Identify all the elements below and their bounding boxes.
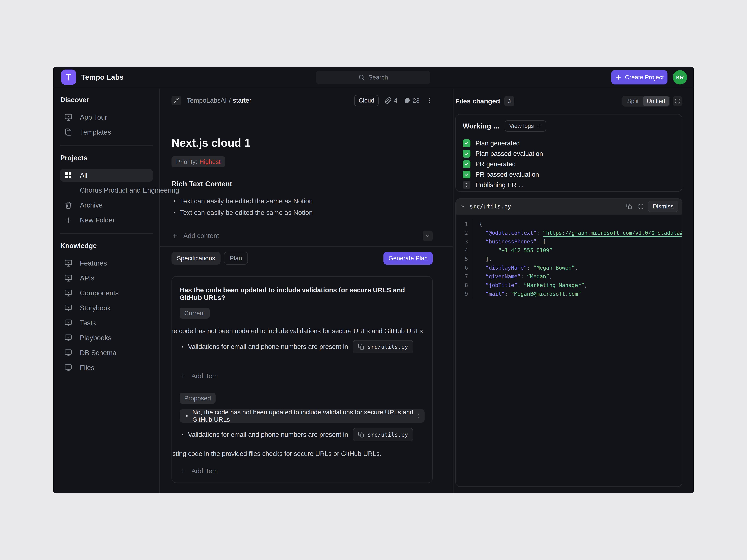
copy-icon [358, 431, 364, 438]
sidebar-item-app-tour[interactable]: App Tour [60, 111, 153, 124]
sidebar-item-label: Playbooks [80, 334, 111, 342]
working-step-label: Publishing PR ... [475, 181, 524, 189]
sidebar-item-label: Tests [80, 319, 96, 327]
diff-view-toggle: Split Unified [622, 96, 670, 107]
breadcrumb-separator: / [229, 97, 231, 104]
cloud-badge[interactable]: Cloud [354, 95, 379, 106]
code-line: 7 “givenName”: “Megan”, [456, 272, 682, 281]
create-project-button[interactable]: Create Project [611, 70, 668, 84]
files-changed-count: 3 [505, 96, 514, 106]
rich-text-bullet: Text can easily be edited the same as No… [172, 207, 433, 218]
bullet-dot [182, 434, 183, 435]
more-menu-button[interactable] [426, 97, 433, 105]
code-line: 9 “mail”: “MeganB@microsoft.com” [456, 290, 682, 298]
sidebar-item-templates[interactable]: Templates [60, 126, 153, 139]
dismiss-button[interactable]: Dismiss [648, 201, 678, 212]
current-bullet-text: Validations for email and phone numbers … [188, 343, 348, 350]
expand-panel-button[interactable] [673, 96, 682, 106]
code-line: 4 “+1 412 555 0109” [456, 246, 682, 255]
collapse-section-button[interactable] [423, 231, 433, 241]
code-text: “+1 412 555 0109” [473, 247, 552, 254]
attachments-count: 4 [394, 97, 397, 104]
chevron-down-icon [425, 233, 430, 239]
tab-plan[interactable]: Plan [224, 252, 248, 265]
proposed-bullet-row: Validations for email and phone numbers … [180, 428, 424, 441]
add-item-label: Add item [191, 372, 218, 380]
monitor-play-icon [64, 113, 72, 121]
sidebar-item-archive[interactable]: Archive [60, 199, 153, 212]
sidebar-item-features[interactable]: Features [60, 257, 153, 270]
add-item-row[interactable]: Add item [180, 372, 424, 380]
question-card: Has the code been updated to include val… [172, 276, 433, 483]
code-text: “displayName”: “Megan Bowen”, [473, 265, 578, 271]
monitor-play-icon [64, 349, 72, 357]
sidebar-section-title: Knowledge [60, 242, 153, 250]
add-item-row[interactable]: Add item [180, 467, 424, 475]
check-icon [463, 150, 470, 158]
file-chip[interactable]: src/utils.py [353, 340, 413, 353]
add-content-row[interactable]: Add content [172, 232, 433, 240]
bullet-dot [186, 415, 188, 417]
breadcrumb-project[interactable]: TempoLabsAI [187, 97, 227, 104]
check-icon [463, 160, 470, 168]
view-logs-button[interactable]: View logs [505, 121, 546, 132]
proposed-note-text: isting code in the provided files checks… [172, 450, 424, 457]
sidebar-item-apis[interactable]: APIs [60, 272, 153, 285]
attachments-stat[interactable]: 4 [385, 97, 397, 104]
breadcrumb-row: TempoLabsAI/starter Cloud 4 23 [172, 96, 433, 105]
copy-file-button[interactable] [624, 202, 634, 211]
expand-file-button[interactable] [636, 202, 646, 211]
sidebar-item-tests[interactable]: Tests [60, 317, 153, 329]
sidebar-item-components[interactable]: Components [60, 287, 153, 299]
sidebar-item-chorus-product-and-engineering[interactable]: Chorus Product and Engineering [60, 184, 153, 196]
copy-icon [626, 204, 632, 209]
arrow-right-icon [536, 123, 542, 129]
file-chip[interactable]: src/utils.py [353, 428, 413, 441]
tempo-logo-icon [61, 70, 76, 85]
spinner-glyph-icon [464, 183, 469, 187]
monitor-play-icon [64, 334, 72, 342]
file-chip-name: src/utils.py [367, 431, 408, 438]
sidebar: DiscoverApp TourTemplatesProjectsAllChor… [53, 88, 160, 494]
check-glyph-icon [464, 172, 469, 177]
code-viewer: 1{2 “@odata.context”: “https://graph.mic… [456, 214, 682, 298]
sidebar-item-label: New Folder [80, 216, 115, 224]
proposed-highlight-row[interactable]: No, the code has not been updated to inc… [180, 409, 424, 423]
sidebar-item-all[interactable]: All [60, 169, 153, 182]
comment-icon [404, 97, 411, 104]
search-input[interactable]: Search [316, 71, 430, 84]
sidebar-item-new-folder[interactable]: New Folder [60, 214, 153, 226]
create-project-label: Create Project [625, 74, 664, 81]
row-menu-button[interactable] [415, 412, 421, 420]
generate-plan-button[interactable]: Generate Plan [383, 252, 433, 265]
priority-value: Highest [200, 158, 221, 165]
unified-view-button[interactable]: Unified [643, 97, 669, 106]
plus-icon [180, 468, 186, 474]
code-line: 2 “@odata.context”: “https://graph.micro… [456, 229, 682, 237]
priority-badge[interactable]: Priority: Highest [172, 156, 225, 167]
current-answer-text: he code has not been updated to include … [172, 327, 424, 335]
sidebar-item-playbooks[interactable]: Playbooks [60, 331, 153, 344]
bullet-dot [174, 200, 175, 202]
file-diff-header: src/utils.py Dismiss [456, 199, 682, 214]
tab-specifications[interactable]: Specifications [172, 252, 221, 265]
sidebar-item-label: Components [80, 289, 119, 297]
view-logs-label: View logs [509, 123, 534, 129]
sidebar-item-files[interactable]: Files [60, 362, 153, 374]
tabs-row: Specifications Plan Generate Plan [172, 252, 433, 265]
code-line: 5 ], [456, 255, 682, 263]
chevron-down-icon[interactable] [460, 204, 465, 209]
proposed-highlight-text: No, the code has not been updated to inc… [192, 409, 415, 423]
avatar[interactable]: KR [673, 70, 687, 84]
sidebar-section-title: Discover [60, 96, 153, 104]
proposed-bullet-text: Validations for email and phone numbers … [188, 431, 348, 438]
breadcrumb: TempoLabsAI/starter [187, 97, 252, 104]
comments-stat[interactable]: 23 [404, 97, 420, 104]
sidebar-item-storybook[interactable]: Storybook [60, 302, 153, 314]
working-step: Publishing PR ... [463, 181, 675, 189]
sidebar-item-db-schema[interactable]: DB Schema [60, 346, 153, 359]
collapse-panel-button[interactable] [172, 96, 181, 105]
app-window: Tempo Labs Search Create Project KR Disc… [53, 66, 694, 494]
split-view-button[interactable]: Split [623, 97, 643, 106]
plus-icon [180, 373, 186, 379]
